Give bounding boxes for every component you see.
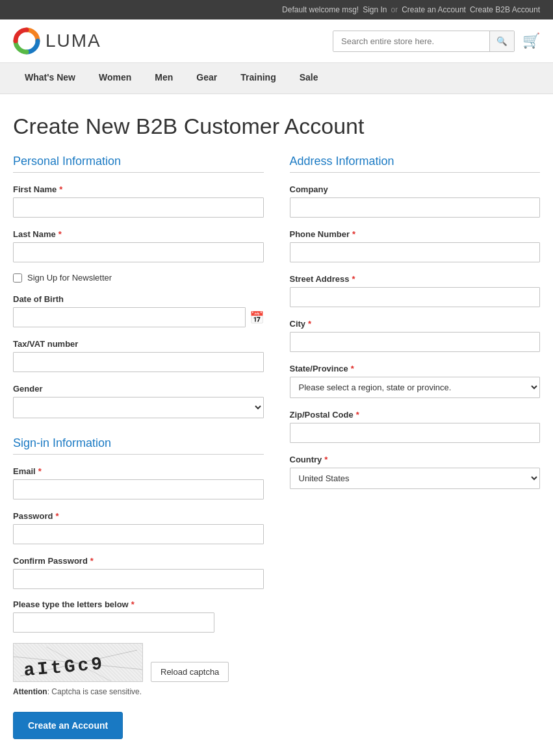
newsletter-row: Sign Up for Newsletter	[13, 273, 264, 283]
state-select[interactable]: Please select a region, state or provinc…	[290, 377, 541, 398]
attention-label: Attention	[13, 687, 47, 696]
gender-select[interactable]: Male Female Not Specified	[13, 397, 264, 418]
search-box[interactable]: 🔍	[333, 31, 515, 52]
first-name-label: First Name*	[13, 184, 264, 194]
password-label: Password*	[13, 511, 264, 521]
svg-text:aItGc9: aItGc9	[23, 654, 105, 681]
header-right: 🔍 🛒	[333, 31, 540, 52]
street-input[interactable]	[290, 287, 541, 307]
zip-group: Zip/Postal Code*	[290, 410, 541, 443]
street-label: Street Address*	[290, 274, 541, 284]
signin-link[interactable]: Sign In	[363, 5, 387, 14]
confirm-password-label: Confirm Password*	[13, 556, 264, 566]
luma-logo-icon	[13, 27, 40, 55]
header: LUMA 🔍 🛒	[0, 19, 553, 63]
last-name-input[interactable]	[13, 242, 264, 262]
nav-item-training[interactable]: Training	[229, 63, 287, 94]
phone-input[interactable]	[290, 242, 541, 262]
main-nav: What's New Women Men Gear Training Sale	[0, 63, 553, 94]
captcha-row: aItGc9 Reload captcha	[13, 638, 264, 682]
nav-item-sale[interactable]: Sale	[288, 63, 330, 94]
zip-input[interactable]	[290, 423, 541, 443]
state-group: State/Province* Please select a region, …	[290, 364, 541, 398]
captcha-lines: aItGc9	[14, 644, 143, 682]
zip-label: Zip/Postal Code*	[290, 410, 541, 420]
personal-info-title: Personal Information	[13, 155, 264, 173]
gender-group: Gender Male Female Not Specified	[13, 384, 264, 418]
nav-item-gear[interactable]: Gear	[185, 63, 229, 94]
captcha-image: aItGc9	[13, 643, 143, 682]
company-label: Company	[290, 184, 541, 194]
captcha-input[interactable]	[13, 612, 214, 633]
street-group: Street Address*	[290, 274, 541, 307]
confirm-password-group: Confirm Password*	[13, 556, 264, 589]
state-label: State/Province*	[290, 364, 541, 373]
dob-group: Date of Birth 📅	[13, 294, 264, 327]
phone-group: Phone Number*	[290, 229, 541, 262]
attention-message: : Captcha is case sensitive.	[47, 687, 142, 696]
country-label: Country*	[290, 455, 541, 464]
email-input[interactable]	[13, 479, 264, 499]
separator: or	[391, 5, 398, 14]
attention-text: Attention: Captcha is case sensitive.	[13, 687, 264, 696]
address-info-title: Address Information	[290, 155, 541, 173]
last-name-group: Last Name*	[13, 229, 264, 262]
first-name-group: First Name*	[13, 184, 264, 218]
required-star: *	[59, 184, 62, 194]
main-content: Create New B2B Customer Account Personal…	[0, 94, 553, 756]
password-input[interactable]	[13, 524, 264, 544]
captcha-group: Please type the letters below* aItGc9	[13, 599, 264, 696]
company-input[interactable]	[290, 197, 541, 218]
email-group: Email*	[13, 466, 264, 499]
password-group: Password*	[13, 511, 264, 544]
tax-vat-label: Tax/VAT number	[13, 339, 264, 349]
newsletter-checkbox[interactable]	[13, 273, 22, 283]
last-name-label: Last Name*	[13, 229, 264, 239]
date-wrapper: 📅	[13, 307, 264, 327]
email-label: Email*	[13, 466, 264, 476]
search-button[interactable]: 🔍	[489, 31, 514, 51]
reload-captcha-button[interactable]: Reload captcha	[151, 662, 229, 682]
dob-label: Date of Birth	[13, 294, 264, 304]
tax-vat-group: Tax/VAT number	[13, 339, 264, 372]
top-bar: Default welcome msg! Sign In or Create a…	[0, 0, 553, 19]
calendar-icon[interactable]: 📅	[250, 310, 264, 325]
confirm-password-input[interactable]	[13, 569, 264, 589]
create-account-button[interactable]: Create an Account	[13, 712, 123, 739]
city-group: City*	[290, 319, 541, 352]
nav-item-whats-new[interactable]: What's New	[13, 63, 87, 94]
create-account-link[interactable]: Create an Account	[402, 5, 466, 14]
form-columns: Personal Information First Name* Last Na…	[13, 155, 540, 739]
dob-input[interactable]	[13, 307, 246, 327]
country-select[interactable]: United States	[290, 468, 541, 489]
personal-info-section: Personal Information First Name* Last Na…	[13, 155, 264, 418]
left-column: Personal Information First Name* Last Na…	[13, 155, 264, 739]
signin-info-title: Sign-in Information	[13, 436, 264, 455]
right-column: Address Information Company Phone Number…	[290, 155, 541, 489]
nav-item-women[interactable]: Women	[87, 63, 143, 94]
gender-label: Gender	[13, 384, 264, 394]
first-name-input[interactable]	[13, 197, 264, 218]
welcome-message: Default welcome msg!	[282, 5, 359, 14]
logo-text: LUMA	[45, 31, 101, 51]
cart-icon[interactable]: 🛒	[522, 32, 540, 49]
create-b2b-link[interactable]: Create B2B Account	[470, 5, 540, 14]
captcha-label: Please type the letters below*	[13, 599, 264, 609]
newsletter-label: Sign Up for Newsletter	[27, 273, 112, 283]
search-input[interactable]	[333, 31, 489, 51]
company-group: Company	[290, 184, 541, 218]
city-label: City*	[290, 319, 541, 329]
tax-vat-input[interactable]	[13, 352, 264, 372]
city-input[interactable]	[290, 332, 541, 352]
signin-info-section: Sign-in Information Email* Password* Co	[13, 436, 264, 696]
logo[interactable]: LUMA	[13, 27, 101, 55]
phone-label: Phone Number*	[290, 229, 541, 239]
nav-item-men[interactable]: Men	[143, 63, 185, 94]
page-title: Create New B2B Customer Account	[13, 114, 540, 139]
country-group: Country* United States	[290, 455, 541, 489]
